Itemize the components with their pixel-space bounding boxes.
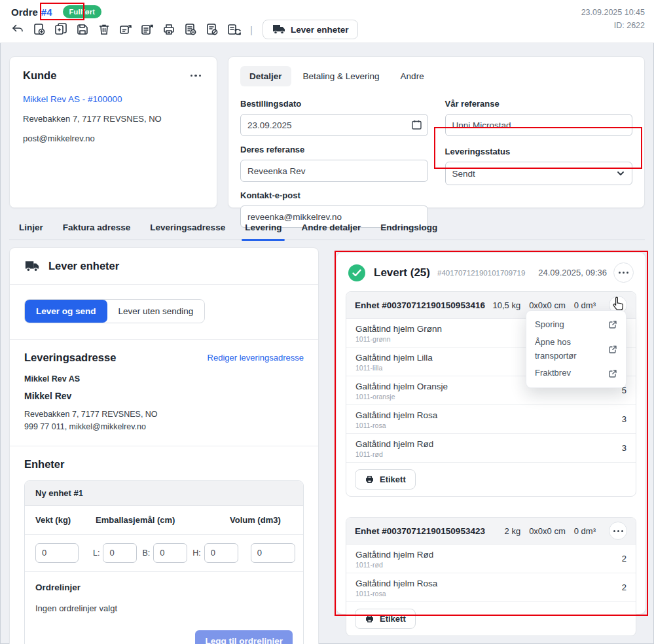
customer-more-options-icon[interactable] bbox=[188, 72, 204, 80]
length-input[interactable] bbox=[103, 543, 137, 563]
our-reference-input[interactable] bbox=[445, 114, 633, 136]
customer-email: post@mikkelrev.no bbox=[23, 134, 204, 143]
external-link-icon bbox=[608, 369, 617, 378]
product-qty: 3 bbox=[622, 443, 627, 453]
unit-more-options-button[interactable] bbox=[609, 522, 627, 540]
units-section-title: Enheter bbox=[24, 458, 304, 471]
tab-andre-detaljer[interactable]: Andre detaljer bbox=[291, 219, 371, 240]
unit-volume: 0 dm³ bbox=[574, 526, 596, 536]
product-name: Galtåtind hjelm Rosa bbox=[355, 579, 437, 588]
tab-levering[interactable]: Levering bbox=[235, 219, 291, 240]
details-tabs: Detaljer Betaling & Levering Andre bbox=[240, 66, 632, 86]
undo-icon[interactable] bbox=[9, 21, 26, 38]
print-label-button[interactable]: Etikett bbox=[355, 469, 416, 490]
print-label-text: Etikett bbox=[380, 614, 406, 624]
convert-document-icon[interactable] bbox=[139, 21, 156, 38]
order-number-link[interactable]: #4 bbox=[41, 7, 52, 18]
orderlines-empty-text: Ingen ordrelinjer valgt bbox=[35, 603, 293, 613]
product-name: Galtåtind hjelm Rød bbox=[355, 439, 433, 449]
deliver-units-button[interactable]: Lever enheter bbox=[263, 20, 359, 39]
product-name: Galtåtind hjelm Grønn bbox=[355, 324, 442, 334]
tab-detaljer[interactable]: Detaljer bbox=[240, 66, 291, 86]
truck-icon bbox=[24, 260, 40, 272]
deliver-and-send-button[interactable]: Lever og send bbox=[25, 300, 107, 323]
credit-document-icon[interactable] bbox=[182, 21, 199, 38]
tab-linjer[interactable]: Linjer bbox=[9, 219, 53, 240]
top-header-bar: Ordre #4 Fullført 23.09.2025 10:45 ID: 2… bbox=[0, 0, 654, 43]
duplicate-icon[interactable] bbox=[52, 21, 69, 38]
product-line: Galtåtind hjelm Rød1011-rød 3 bbox=[346, 433, 636, 462]
order-date-input[interactable] bbox=[240, 114, 428, 136]
printer-icon bbox=[365, 474, 374, 484]
shipment-panel: Levert (25) #40170712190101709719 24.09.… bbox=[336, 252, 646, 615]
delivery-status-select[interactable]: Sendt bbox=[445, 162, 633, 185]
unit-context-menu: Sporing Åpne hos transportør Fraktbrev bbox=[526, 310, 627, 388]
product-qty: 2 bbox=[622, 582, 627, 592]
menu-item-fraktbrev[interactable]: Fraktbrev bbox=[526, 365, 626, 382]
product-sku: 1011-rosa bbox=[355, 590, 622, 598]
delivery-contact: Mikkel Rev bbox=[24, 391, 304, 401]
menu-item-label: Åpne hos transportør bbox=[535, 336, 608, 363]
tab-andre[interactable]: Andre bbox=[391, 66, 433, 86]
volume-input[interactable] bbox=[251, 543, 295, 563]
menu-item-label: Sporing bbox=[535, 318, 564, 332]
deliver-units-label: Lever enheter bbox=[291, 25, 349, 35]
edit-delivery-address-link[interactable]: Rediger leveringsadresse bbox=[208, 353, 304, 363]
external-link-icon bbox=[608, 320, 617, 329]
new-unit-header: Ny enhet #1 bbox=[25, 481, 303, 506]
their-reference-input[interactable] bbox=[240, 160, 428, 182]
order-title: Ordre bbox=[11, 7, 38, 18]
new-document-icon[interactable] bbox=[31, 21, 48, 38]
refresh-document-icon[interactable] bbox=[225, 21, 242, 38]
delivery-status-label: Leveringsstatus bbox=[445, 147, 633, 156]
add-orderlines-button[interactable]: Legg til ordrelinjer bbox=[195, 630, 293, 644]
customer-link[interactable]: Mikkel Rev AS - #100000 bbox=[23, 94, 204, 104]
unit-title: Enhet #00370712190150953416 bbox=[355, 300, 492, 310]
product-line: Galtåtind hjelm Rosa1011-rosa 3 bbox=[346, 404, 636, 433]
unit-dims: 0x0x0 cm bbox=[529, 300, 566, 310]
tab-faktura-adresse[interactable]: Faktura adresse bbox=[53, 219, 141, 240]
weight-input[interactable] bbox=[35, 543, 79, 563]
shipment-status-title: Levert (25) bbox=[374, 266, 430, 279]
width-input[interactable] bbox=[153, 543, 187, 563]
our-reference-label: Vår referanse bbox=[445, 99, 633, 109]
deliver-without-shipping-button[interactable]: Lever uten sending bbox=[107, 300, 205, 323]
their-reference-label: Deres referanse bbox=[240, 145, 428, 154]
toolbar-separator: | bbox=[250, 24, 253, 35]
unit-dims: 0x0x0 cm bbox=[529, 526, 566, 536]
weight-label: Vekt (kg) bbox=[35, 515, 96, 525]
customer-card: Kunde Mikkel Rev AS - #100000 Revebakken… bbox=[9, 56, 217, 208]
product-sku: 1011-rød bbox=[355, 561, 622, 569]
product-line: Galtåtind hjelm Rosa1011-rosa 2 bbox=[346, 573, 636, 601]
contact-email-label: Kontakt-e-post bbox=[240, 190, 428, 200]
calendar-icon[interactable] bbox=[411, 119, 422, 130]
tab-leveringsadresse[interactable]: Leveringsadresse bbox=[140, 219, 235, 240]
tab-betaling-levering[interactable]: Betaling & Levering bbox=[294, 66, 389, 86]
tab-endringslogg[interactable]: Endringslogg bbox=[371, 219, 447, 240]
shipment-more-options-button[interactable] bbox=[613, 262, 634, 283]
delivery-status-value: Sendt bbox=[452, 169, 475, 179]
external-link-icon bbox=[608, 345, 617, 354]
menu-item-apne-hos-transportor[interactable]: Åpne hos transportør bbox=[526, 334, 626, 365]
delivery-address-title: Leveringsadresse bbox=[24, 351, 116, 364]
save-icon[interactable] bbox=[74, 21, 91, 38]
print-label-button[interactable]: Etikett bbox=[355, 609, 416, 629]
length-label: L: bbox=[93, 548, 100, 558]
delete-icon[interactable] bbox=[96, 21, 113, 38]
unit-volume: 0 dm³ bbox=[574, 300, 596, 310]
print-icon[interactable] bbox=[160, 21, 177, 38]
tracking-number: #40170712190101709719 bbox=[437, 269, 525, 277]
product-name: Galtåtind hjelm Rød bbox=[355, 550, 433, 560]
print-label-text: Etikett bbox=[380, 474, 406, 484]
menu-item-sporing[interactable]: Sporing bbox=[526, 316, 626, 334]
shipment-timestamp: 24.09.2025, 09:36 bbox=[538, 268, 607, 277]
printer-icon bbox=[365, 614, 374, 624]
delivery-phone-email: 999 77 011, mikkel@mikkelrev.no bbox=[24, 421, 304, 433]
deliver-units-panel: Lever enheter Lever og send Lever uten s… bbox=[9, 247, 319, 644]
send-document-icon[interactable] bbox=[117, 21, 134, 38]
product-name: Galtåtind hjelm Oransje bbox=[355, 382, 448, 391]
page-title: Ordre #4 Fullført bbox=[11, 5, 101, 18]
cancel-document-icon[interactable] bbox=[204, 21, 221, 38]
height-input[interactable] bbox=[204, 543, 238, 563]
truck-icon bbox=[272, 24, 285, 35]
